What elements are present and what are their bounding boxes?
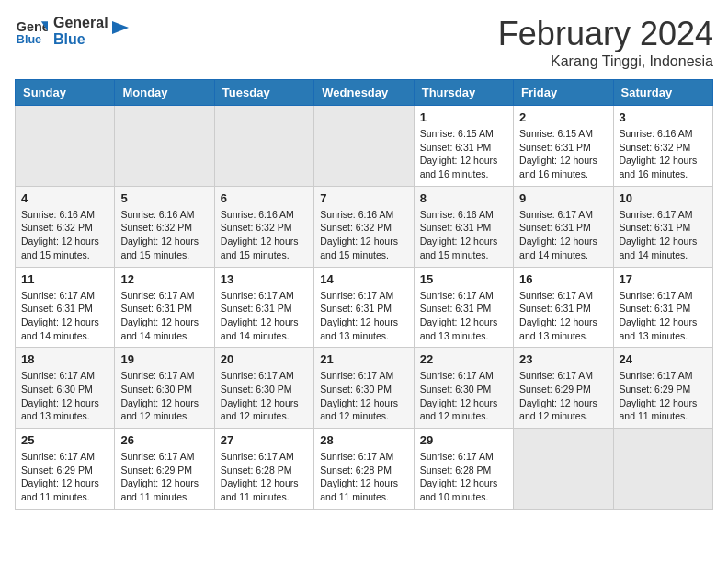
- weekday-header-tuesday: Tuesday: [214, 80, 313, 106]
- day-info: Sunrise: 6:16 AM Sunset: 6:31 PM Dayligh…: [420, 208, 507, 262]
- title-block: February 2024 Karang Tinggi, Indonesia: [498, 15, 713, 70]
- day-number: 29: [420, 433, 507, 447]
- day-info: Sunrise: 6:17 AM Sunset: 6:30 PM Dayligh…: [420, 369, 507, 423]
- day-info: Sunrise: 6:17 AM Sunset: 6:29 PM Dayligh…: [120, 450, 208, 504]
- logo: General Blue General Blue: [15, 15, 129, 48]
- calendar-cell: 1Sunrise: 6:15 AM Sunset: 6:31 PM Daylig…: [414, 106, 513, 187]
- day-info: Sunrise: 6:16 AM Sunset: 6:32 PM Dayligh…: [21, 208, 108, 262]
- calendar-cell: 16Sunrise: 6:17 AM Sunset: 6:31 PM Dayli…: [514, 267, 613, 348]
- calendar-cell: 17Sunrise: 6:17 AM Sunset: 6:31 PM Dayli…: [613, 267, 712, 348]
- calendar-cell: 12Sunrise: 6:17 AM Sunset: 6:31 PM Dayli…: [115, 267, 214, 348]
- day-number: 26: [120, 433, 208, 447]
- day-number: 9: [519, 191, 607, 205]
- weekday-header-saturday: Saturday: [613, 80, 712, 106]
- calendar-cell: 23Sunrise: 6:17 AM Sunset: 6:29 PM Dayli…: [514, 348, 613, 429]
- calendar-cell: 20Sunrise: 6:17 AM Sunset: 6:30 PM Dayli…: [214, 348, 313, 429]
- calendar-cell: [16, 106, 115, 187]
- day-info: Sunrise: 6:17 AM Sunset: 6:31 PM Dayligh…: [320, 289, 407, 343]
- calendar-cell: 14Sunrise: 6:17 AM Sunset: 6:31 PM Dayli…: [314, 267, 414, 348]
- calendar-cell: 10Sunrise: 6:17 AM Sunset: 6:31 PM Dayli…: [613, 186, 712, 267]
- day-info: Sunrise: 6:17 AM Sunset: 6:31 PM Dayligh…: [420, 289, 507, 343]
- day-info: Sunrise: 6:17 AM Sunset: 6:31 PM Dayligh…: [620, 208, 707, 262]
- weekday-header-friday: Friday: [514, 80, 613, 106]
- day-info: Sunrise: 6:17 AM Sunset: 6:30 PM Dayligh…: [221, 369, 308, 423]
- day-info: Sunrise: 6:17 AM Sunset: 6:31 PM Dayligh…: [21, 289, 108, 343]
- calendar-cell: 6Sunrise: 6:16 AM Sunset: 6:32 PM Daylig…: [214, 186, 313, 267]
- day-number: 2: [519, 110, 607, 124]
- day-info: Sunrise: 6:17 AM Sunset: 6:28 PM Dayligh…: [221, 450, 308, 504]
- logo-arrow-icon: [108, 17, 129, 38]
- calendar-cell: 15Sunrise: 6:17 AM Sunset: 6:31 PM Dayli…: [414, 267, 513, 348]
- day-number: 10: [620, 191, 707, 205]
- logo-icon: General Blue: [15, 15, 48, 48]
- calendar-cell: [314, 106, 414, 187]
- calendar-cell: 19Sunrise: 6:17 AM Sunset: 6:30 PM Dayli…: [115, 348, 214, 429]
- day-info: Sunrise: 6:17 AM Sunset: 6:30 PM Dayligh…: [21, 369, 108, 423]
- calendar-cell: 3Sunrise: 6:16 AM Sunset: 6:32 PM Daylig…: [613, 106, 712, 187]
- day-number: 22: [420, 352, 507, 366]
- day-number: 14: [320, 272, 407, 286]
- day-number: 11: [21, 272, 108, 286]
- day-info: Sunrise: 6:17 AM Sunset: 6:31 PM Dayligh…: [519, 208, 607, 262]
- calendar-cell: 22Sunrise: 6:17 AM Sunset: 6:30 PM Dayli…: [414, 348, 513, 429]
- weekday-header-monday: Monday: [115, 80, 214, 106]
- day-info: Sunrise: 6:17 AM Sunset: 6:31 PM Dayligh…: [221, 289, 308, 343]
- calendar-cell: 21Sunrise: 6:17 AM Sunset: 6:30 PM Dayli…: [314, 348, 414, 429]
- day-number: 18: [21, 352, 108, 366]
- day-number: 27: [221, 433, 308, 447]
- day-info: Sunrise: 6:16 AM Sunset: 6:32 PM Dayligh…: [620, 127, 707, 181]
- day-info: Sunrise: 6:17 AM Sunset: 6:29 PM Dayligh…: [620, 369, 707, 423]
- day-number: 17: [620, 272, 707, 286]
- calendar-header-row: SundayMondayTuesdayWednesdayThursdayFrid…: [16, 80, 713, 106]
- calendar-cell: 24Sunrise: 6:17 AM Sunset: 6:29 PM Dayli…: [613, 348, 712, 429]
- day-info: Sunrise: 6:16 AM Sunset: 6:32 PM Dayligh…: [221, 208, 308, 262]
- calendar-week-row: 11Sunrise: 6:17 AM Sunset: 6:31 PM Dayli…: [16, 267, 713, 348]
- calendar-week-row: 18Sunrise: 6:17 AM Sunset: 6:30 PM Dayli…: [16, 348, 713, 429]
- calendar-cell: 11Sunrise: 6:17 AM Sunset: 6:31 PM Dayli…: [16, 267, 115, 348]
- calendar-cell: 7Sunrise: 6:16 AM Sunset: 6:32 PM Daylig…: [314, 186, 414, 267]
- calendar-cell: 28Sunrise: 6:17 AM Sunset: 6:28 PM Dayli…: [314, 429, 414, 510]
- calendar-cell: 2Sunrise: 6:15 AM Sunset: 6:31 PM Daylig…: [514, 106, 613, 187]
- day-number: 21: [320, 352, 407, 366]
- calendar-cell: [115, 106, 214, 187]
- day-number: 24: [620, 352, 707, 366]
- calendar-cell: 8Sunrise: 6:16 AM Sunset: 6:31 PM Daylig…: [414, 186, 513, 267]
- day-number: 3: [620, 110, 707, 124]
- day-number: 1: [420, 110, 507, 124]
- day-info: Sunrise: 6:15 AM Sunset: 6:31 PM Dayligh…: [519, 127, 607, 181]
- svg-text:Blue: Blue: [17, 33, 41, 46]
- day-info: Sunrise: 6:16 AM Sunset: 6:32 PM Dayligh…: [320, 208, 407, 262]
- day-info: Sunrise: 6:17 AM Sunset: 6:31 PM Dayligh…: [120, 289, 208, 343]
- day-info: Sunrise: 6:17 AM Sunset: 6:31 PM Dayligh…: [519, 289, 607, 343]
- calendar-cell: 26Sunrise: 6:17 AM Sunset: 6:29 PM Dayli…: [115, 429, 214, 510]
- day-info: Sunrise: 6:16 AM Sunset: 6:32 PM Dayligh…: [120, 208, 208, 262]
- day-number: 8: [420, 191, 507, 205]
- calendar-cell: 25Sunrise: 6:17 AM Sunset: 6:29 PM Dayli…: [16, 429, 115, 510]
- day-info: Sunrise: 6:17 AM Sunset: 6:30 PM Dayligh…: [320, 369, 407, 423]
- weekday-header-wednesday: Wednesday: [314, 80, 414, 106]
- day-number: 15: [420, 272, 507, 286]
- calendar-week-row: 1Sunrise: 6:15 AM Sunset: 6:31 PM Daylig…: [16, 106, 713, 187]
- day-number: 23: [519, 352, 607, 366]
- location-subtitle: Karang Tinggi, Indonesia: [498, 53, 713, 70]
- day-info: Sunrise: 6:17 AM Sunset: 6:29 PM Dayligh…: [21, 450, 108, 504]
- day-number: 4: [21, 191, 108, 205]
- day-info: Sunrise: 6:17 AM Sunset: 6:31 PM Dayligh…: [620, 289, 707, 343]
- calendar-cell: [214, 106, 313, 187]
- svg-marker-3: [112, 21, 129, 34]
- day-number: 5: [120, 191, 208, 205]
- day-info: Sunrise: 6:17 AM Sunset: 6:28 PM Dayligh…: [320, 450, 407, 504]
- day-number: 6: [221, 191, 308, 205]
- logo-general: General: [53, 15, 108, 31]
- calendar-cell: 13Sunrise: 6:17 AM Sunset: 6:31 PM Dayli…: [214, 267, 313, 348]
- day-number: 13: [221, 272, 308, 286]
- day-number: 7: [320, 191, 407, 205]
- calendar-week-row: 4Sunrise: 6:16 AM Sunset: 6:32 PM Daylig…: [16, 186, 713, 267]
- day-info: Sunrise: 6:17 AM Sunset: 6:30 PM Dayligh…: [120, 369, 208, 423]
- day-number: 12: [120, 272, 208, 286]
- calendar-cell: 18Sunrise: 6:17 AM Sunset: 6:30 PM Dayli…: [16, 348, 115, 429]
- day-number: 16: [519, 272, 607, 286]
- month-year-title: February 2024: [498, 15, 713, 53]
- calendar-table: SundayMondayTuesdayWednesdayThursdayFrid…: [15, 79, 713, 510]
- calendar-week-row: 25Sunrise: 6:17 AM Sunset: 6:29 PM Dayli…: [16, 429, 713, 510]
